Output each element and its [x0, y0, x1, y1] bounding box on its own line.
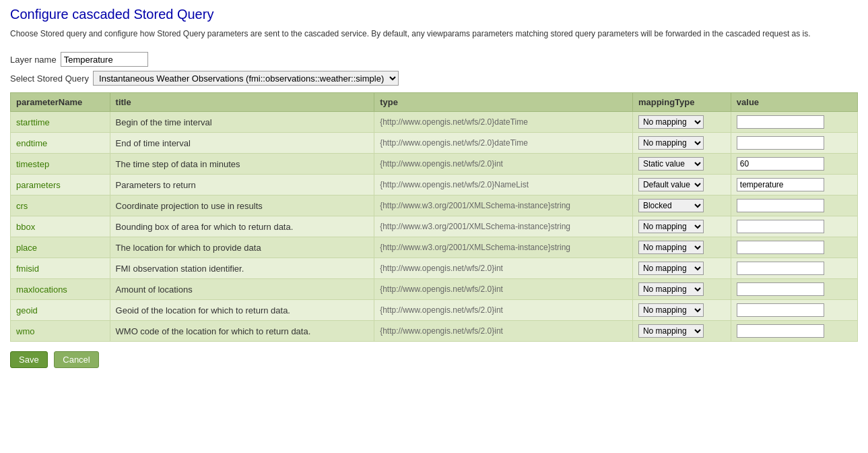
- col-header-type: type: [374, 93, 633, 112]
- mapping-select[interactable]: No mappingStatic valueDefault valueBlock…: [638, 282, 704, 296]
- table-row: wmoWMO code of the location for which to…: [11, 321, 858, 342]
- param-title-cell: WMO code of the location for which to re…: [110, 321, 374, 342]
- save-button[interactable]: Save: [10, 351, 48, 368]
- value-input[interactable]: [737, 157, 824, 171]
- param-title-cell: Bounding box of area for which to return…: [110, 216, 374, 237]
- param-type-cell: {http://www.opengis.net/wfs/2.0}dateTime: [374, 112, 633, 133]
- stored-query-label: Select Stored Query: [10, 73, 89, 84]
- table-row: geoidGeoid of the location for which to …: [11, 300, 858, 321]
- page-description: Choose Stored query and configure how St…: [10, 28, 858, 40]
- layer-name-label: Layer name: [10, 55, 57, 65]
- mapping-select[interactable]: No mappingStatic valueDefault valueBlock…: [638, 262, 704, 275]
- table-row: parametersParameters to return{http://ww…: [11, 175, 858, 195]
- param-type-cell: {http://www.opengis.net/wfs/2.0}int: [374, 300, 633, 321]
- param-mapping-cell[interactable]: No mappingStatic valueDefault valueBlock…: [632, 154, 731, 175]
- param-type-cell: {http://www.opengis.net/wfs/2.0}NameList: [374, 175, 633, 195]
- param-name-cell: endtime: [11, 133, 110, 154]
- param-value-cell[interactable]: [731, 133, 857, 154]
- param-title-cell: Geoid of the location for which to retur…: [110, 300, 374, 321]
- table-row: maxlocationsAmount of locations{http://w…: [11, 279, 858, 300]
- mapping-select[interactable]: No mappingStatic valueDefault valueBlock…: [638, 303, 704, 317]
- mapping-select[interactable]: No mappingStatic valueDefault valueBlock…: [638, 220, 704, 233]
- stored-query-select[interactable]: Instantaneous Weather Observations (fmi:…: [93, 71, 399, 86]
- value-input[interactable]: [737, 136, 824, 150]
- param-name-cell: starttime: [11, 112, 110, 133]
- param-mapping-cell[interactable]: No mappingStatic valueDefault valueBlock…: [632, 300, 731, 321]
- param-value-cell[interactable]: [731, 195, 857, 216]
- param-value-cell[interactable]: [731, 321, 857, 342]
- param-value-cell[interactable]: [731, 300, 857, 321]
- table-row: fmisidFMI observation station identifier…: [11, 258, 858, 279]
- param-mapping-cell[interactable]: No mappingStatic valueDefault valueBlock…: [632, 175, 731, 195]
- param-title-cell: End of time interval: [110, 133, 374, 154]
- mapping-select[interactable]: No mappingStatic valueDefault valueBlock…: [638, 115, 704, 129]
- param-mapping-cell[interactable]: No mappingStatic valueDefault valueBlock…: [632, 321, 731, 342]
- value-input[interactable]: [737, 115, 824, 129]
- value-input[interactable]: [737, 282, 824, 296]
- param-title-cell: The location for which to provide data: [110, 237, 374, 258]
- value-input[interactable]: [737, 324, 824, 338]
- col-header-param: parameterName: [11, 93, 110, 112]
- param-type-cell: {http://www.opengis.net/wfs/2.0}dateTime: [374, 133, 633, 154]
- col-header-value: value: [731, 93, 857, 112]
- value-input[interactable]: [737, 178, 824, 191]
- param-mapping-cell[interactable]: No mappingStatic valueDefault valueBlock…: [632, 112, 731, 133]
- param-type-cell: {http://www.w3.org/2001/XMLSchema-instan…: [374, 216, 633, 237]
- param-mapping-cell[interactable]: No mappingStatic valueDefault valueBlock…: [632, 237, 731, 258]
- page-title: Configure cascaded Stored Query: [10, 7, 858, 22]
- param-name-cell: crs: [11, 195, 110, 216]
- param-mapping-cell[interactable]: No mappingStatic valueDefault valueBlock…: [632, 216, 731, 237]
- param-name-cell: maxlocations: [11, 279, 110, 300]
- param-name-cell: timestep: [11, 154, 110, 175]
- param-type-cell: {http://www.opengis.net/wfs/2.0}int: [374, 154, 633, 175]
- table-row: placeThe location for which to provide d…: [11, 237, 858, 258]
- param-value-cell[interactable]: [731, 216, 857, 237]
- param-value-cell[interactable]: [731, 258, 857, 279]
- mapping-select[interactable]: No mappingStatic valueDefault valueBlock…: [638, 178, 704, 191]
- value-input[interactable]: [737, 220, 824, 233]
- param-title-cell: Begin of the time interval: [110, 112, 374, 133]
- param-type-cell: {http://www.w3.org/2001/XMLSchema-instan…: [374, 237, 633, 258]
- mapping-select[interactable]: No mappingStatic valueDefault valueBlock…: [638, 324, 704, 338]
- param-mapping-cell[interactable]: No mappingStatic valueDefault valueBlock…: [632, 258, 731, 279]
- mapping-select[interactable]: No mappingStatic valueDefault valueBlock…: [638, 241, 704, 254]
- table-row: endtimeEnd of time interval{http://www.o…: [11, 133, 858, 154]
- param-mapping-cell[interactable]: No mappingStatic valueDefault valueBlock…: [632, 133, 731, 154]
- param-title-cell: The time step of data in minutes: [110, 154, 374, 175]
- param-name-cell: fmisid: [11, 258, 110, 279]
- value-input[interactable]: [737, 262, 824, 275]
- param-value-cell[interactable]: [731, 237, 857, 258]
- mapping-select[interactable]: No mappingStatic valueDefault valueBlock…: [638, 136, 704, 150]
- table-row: bboxBounding box of area for which to re…: [11, 216, 858, 237]
- col-header-mapping: mappingType: [632, 93, 731, 112]
- param-title-cell: FMI observation station identifier.: [110, 258, 374, 279]
- param-type-cell: {http://www.opengis.net/wfs/2.0}int: [374, 258, 633, 279]
- param-name-cell: bbox: [11, 216, 110, 237]
- param-type-cell: {http://www.opengis.net/wfs/2.0}int: [374, 279, 633, 300]
- param-mapping-cell[interactable]: No mappingStatic valueDefault valueBlock…: [632, 195, 731, 216]
- table-row: timestepThe time step of data in minutes…: [11, 154, 858, 175]
- layer-name-input[interactable]: [61, 52, 148, 67]
- param-mapping-cell[interactable]: No mappingStatic valueDefault valueBlock…: [632, 279, 731, 300]
- value-input[interactable]: [737, 303, 824, 317]
- param-name-cell: place: [11, 237, 110, 258]
- param-title-cell: Parameters to return: [110, 175, 374, 195]
- table-row: starttimeBegin of the time interval{http…: [11, 112, 858, 133]
- param-value-cell[interactable]: [731, 175, 857, 195]
- parameters-table: parameterName title type mappingType val…: [10, 92, 858, 342]
- param-value-cell[interactable]: [731, 279, 857, 300]
- mapping-select[interactable]: No mappingStatic valueDefault valueBlock…: [638, 199, 704, 212]
- param-name-cell: geoid: [11, 300, 110, 321]
- table-row: crsCoordinate projection to use in resul…: [11, 195, 858, 216]
- value-input[interactable]: [737, 241, 824, 254]
- mapping-select[interactable]: No mappingStatic valueDefault valueBlock…: [638, 157, 704, 171]
- cancel-button[interactable]: Cancel: [54, 351, 98, 368]
- param-title-cell: Amount of locations: [110, 279, 374, 300]
- param-value-cell[interactable]: [731, 154, 857, 175]
- param-title-cell: Coordinate projection to use in results: [110, 195, 374, 216]
- param-name-cell: parameters: [11, 175, 110, 195]
- param-type-cell: {http://www.w3.org/2001/XMLSchema-instan…: [374, 195, 633, 216]
- value-input[interactable]: [737, 199, 824, 212]
- param-name-cell: wmo: [11, 321, 110, 342]
- param-value-cell[interactable]: [731, 112, 857, 133]
